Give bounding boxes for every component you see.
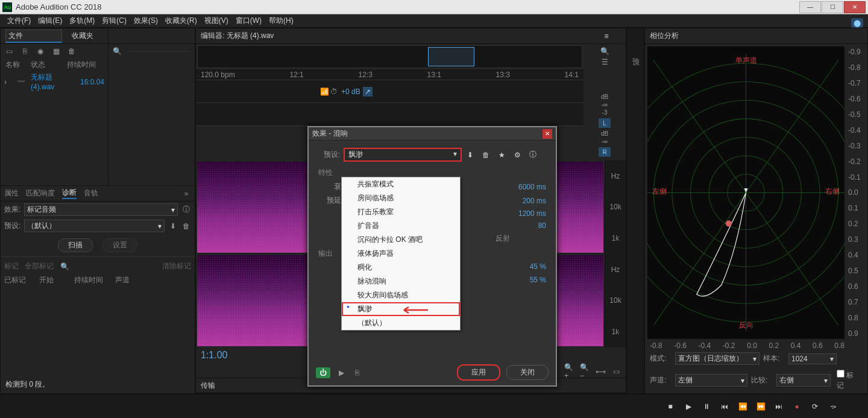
menu-help[interactable]: 帮助(H) bbox=[265, 16, 297, 26]
zoom-in-icon[interactable]: 🔍+ bbox=[564, 367, 574, 376]
record-icon[interactable]: ◉ bbox=[36, 46, 45, 56]
zoom-out-icon[interactable]: 🔍− bbox=[580, 367, 590, 376]
menu-file[interactable]: 文件(F) bbox=[4, 16, 34, 26]
record-transport-icon[interactable]: ● bbox=[792, 402, 802, 411]
rewind-start-icon[interactable]: ⏮ bbox=[720, 402, 729, 411]
menu-window[interactable]: 窗口(W) bbox=[232, 16, 265, 26]
close-button[interactable]: ✕ bbox=[844, 1, 866, 13]
mark-checkbox[interactable] bbox=[837, 370, 844, 378]
preset-option[interactable]: （默认） bbox=[342, 316, 460, 330]
file-row[interactable]: › 〰 无标题 (4).wav 16:0.04 bbox=[1, 71, 108, 92]
favorite-icon[interactable]: ★ bbox=[497, 150, 506, 160]
channel-select[interactable]: 左侧▾ bbox=[675, 374, 747, 387]
menu-view[interactable]: 视图(V) bbox=[201, 16, 232, 26]
import-icon[interactable]: ⎘ bbox=[20, 46, 30, 56]
minimize-button[interactable]: — bbox=[799, 1, 821, 13]
preset-option[interactable]: 共振室模式 bbox=[342, 177, 460, 191]
preset-option[interactable]: 打击乐教室 bbox=[342, 205, 460, 219]
snap-icon[interactable]: ⬤ bbox=[851, 18, 863, 28]
menu-effects[interactable]: 效果(S) bbox=[130, 16, 162, 26]
expand-icon[interactable]: › bbox=[4, 78, 17, 86]
dialog-close-icon[interactable]: ✕ bbox=[542, 129, 552, 139]
maximize-button[interactable]: ☐ bbox=[822, 1, 843, 13]
menu-favorites[interactable]: 收藏夹(R) bbox=[162, 16, 201, 26]
menu-clip[interactable]: 剪辑(C) bbox=[98, 16, 130, 26]
close-dialog-button[interactable]: 关闭 bbox=[506, 365, 549, 380]
power-toggle-icon[interactable]: ⏻ bbox=[316, 367, 330, 378]
files-tab[interactable]: 文件 bbox=[5, 30, 62, 43]
search-input[interactable] bbox=[128, 51, 191, 52]
delete-preset-icon[interactable]: 🗑 bbox=[181, 221, 191, 231]
clear-marks-button[interactable]: 清除标记 bbox=[162, 261, 191, 271]
sample-select[interactable]: 1024▾ bbox=[788, 353, 837, 364]
skip-icon[interactable]: ⤼ bbox=[828, 402, 838, 411]
play-transport-icon[interactable]: ▶ bbox=[684, 402, 693, 411]
effect-info-icon[interactable]: ⓘ bbox=[181, 205, 191, 215]
pause-icon[interactable]: ⏸ bbox=[702, 402, 711, 411]
search-marks-icon[interactable]: 🔍 bbox=[60, 262, 69, 271]
transport-tab[interactable]: 传输 bbox=[201, 381, 215, 391]
channel-r-button[interactable]: R bbox=[599, 147, 611, 157]
forward-end-icon[interactable]: ⏭ bbox=[774, 402, 784, 411]
list-icon[interactable]: ☰ bbox=[600, 57, 609, 67]
preset-option[interactable]: 稠化 bbox=[342, 261, 460, 274]
dry-value[interactable]: 55 % bbox=[510, 276, 546, 284]
zoom-icon[interactable]: 🔍 bbox=[600, 46, 609, 56]
effect-select[interactable]: 标记音频▾ bbox=[24, 203, 178, 216]
phase-scope[interactable]: 单声道 左侧 右侧 反向 bbox=[647, 46, 844, 339]
settings-button[interactable]: 设置 bbox=[102, 238, 137, 252]
channel-l-button[interactable]: L bbox=[599, 118, 611, 128]
zoom-sel-icon[interactable]: ▭ bbox=[611, 367, 621, 376]
apply-button[interactable]: 应用 bbox=[457, 364, 500, 381]
db-value[interactable]: +0 dB bbox=[341, 87, 360, 96]
compare-select[interactable]: 右侧▾ bbox=[776, 374, 831, 387]
scan-button[interactable]: 扫描 bbox=[58, 238, 93, 252]
decay-value[interactable]: 6000 ms bbox=[510, 183, 546, 191]
clock-icon[interactable]: ⏱ bbox=[329, 87, 339, 97]
preset-option[interactable]: 沉闷的卡拉 OK 酒吧 bbox=[342, 233, 460, 247]
stop-icon[interactable]: ■ bbox=[665, 402, 675, 411]
more-tabs-icon[interactable]: » bbox=[181, 189, 191, 198]
preview-play-icon[interactable]: ▶ bbox=[336, 368, 346, 378]
preset-option[interactable]: 扩音器 bbox=[342, 219, 460, 233]
preset-option[interactable]: 较大房间临场感 bbox=[342, 288, 460, 302]
time-ruler[interactable]: 120.0 bpm 12:1 12:3 13:1 13:3 14:1 ⬤ bbox=[196, 69, 583, 80]
tab-properties[interactable]: 属性 bbox=[4, 188, 19, 198]
expand-meter-icon[interactable]: ↗ bbox=[363, 87, 373, 97]
info-icon[interactable]: ⓘ bbox=[528, 150, 538, 160]
preset-select[interactable]: （默认）▾ bbox=[24, 220, 165, 232]
panel-menu-icon[interactable]: ≡ bbox=[602, 31, 611, 41]
dialog-preset-select[interactable]: 飘渺▾ bbox=[344, 148, 462, 162]
tab-track[interactable]: 音轨 bbox=[84, 188, 98, 198]
tab-diagnostics[interactable]: 诊断 bbox=[62, 188, 77, 199]
predelay-value[interactable]: 200 ms bbox=[510, 197, 546, 205]
forward-icon[interactable]: ⏩ bbox=[756, 402, 766, 411]
navigation-overview[interactable] bbox=[197, 45, 582, 68]
collapsed-panel[interactable]: 预设 bbox=[626, 28, 644, 394]
zoom-full-icon[interactable]: ⟷ bbox=[596, 367, 605, 376]
menu-multitrack[interactable]: 多轨(M) bbox=[66, 16, 98, 26]
mark-button[interactable]: 标记 bbox=[4, 261, 19, 271]
all-mark-button[interactable]: 全部标记 bbox=[25, 261, 54, 271]
mode-select[interactable]: 直方图（日志缩放）▾ bbox=[675, 352, 760, 365]
delete-icon[interactable]: 🗑 bbox=[67, 46, 77, 56]
delete-preset-dialog-icon[interactable]: 🗑 bbox=[481, 150, 491, 160]
preview-loop-icon[interactable]: ⎘ bbox=[352, 368, 362, 378]
preset-option[interactable]: 液体扬声器 bbox=[342, 247, 460, 261]
preset-option[interactable]: 房间临场感 bbox=[342, 191, 460, 205]
new-multitrack-icon[interactable]: ▦ bbox=[51, 46, 61, 56]
save-preset-dialog-icon[interactable]: ⬇ bbox=[465, 150, 475, 160]
search-icon[interactable]: 🔍 bbox=[112, 46, 122, 56]
wet-value[interactable]: 45 % bbox=[510, 262, 546, 271]
menu-edit[interactable]: 编辑(E) bbox=[34, 16, 66, 26]
p4-value[interactable]: 80 bbox=[510, 221, 546, 230]
tab-match[interactable]: 匹配响度 bbox=[26, 188, 55, 198]
save-preset-icon[interactable]: ⬇ bbox=[168, 221, 178, 231]
preset-option[interactable]: 脉动混响 bbox=[342, 274, 460, 288]
favorites-tab[interactable]: 收藏夹 bbox=[72, 31, 93, 41]
open-file-icon[interactable]: ▭ bbox=[4, 46, 14, 56]
loop-transport-icon[interactable]: ⟳ bbox=[810, 402, 820, 411]
p3-value[interactable]: 1200 ms bbox=[510, 209, 546, 218]
rewind-icon[interactable]: ⏪ bbox=[738, 402, 747, 411]
settings-gear-icon[interactable]: ⚙ bbox=[512, 150, 522, 160]
